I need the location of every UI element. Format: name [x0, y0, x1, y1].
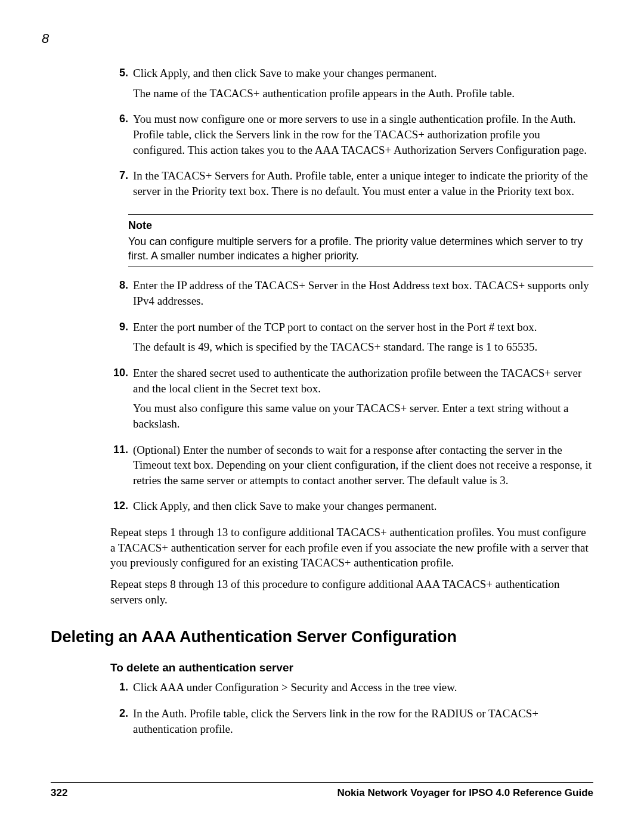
- step-12: 12. Click Apply, and then click Save to …: [110, 498, 593, 519]
- step-text: (Optional) Enter the number of seconds t…: [133, 442, 593, 488]
- step-text: Enter the shared secret used to authenti…: [133, 366, 593, 396]
- page: 8 5. Click Apply, and then click Save to…: [0, 0, 644, 833]
- step-body: Click AAA under Configuration > Security…: [133, 680, 593, 700]
- note-title: Note: [128, 218, 593, 233]
- step-number: 7.: [110, 168, 133, 203]
- step-11: 11. (Optional) Enter the number of secon…: [110, 442, 593, 493]
- paragraph: Repeat steps 1 through 13 to configure a…: [110, 525, 593, 571]
- step-10: 10. Enter the shared secret used to auth…: [110, 366, 593, 436]
- step-number: 8.: [110, 278, 133, 313]
- step-9: 9. Enter the port number of the TCP port…: [110, 320, 593, 360]
- steps-list-a: 5. Click Apply, and then click Save to m…: [110, 66, 593, 203]
- step-number: 12.: [110, 498, 133, 519]
- step-text: Enter the port number of the TCP port to…: [133, 320, 593, 335]
- step-text: Click AAA under Configuration > Security…: [133, 680, 593, 695]
- step-text: Click Apply, and then click Save to make…: [133, 66, 593, 81]
- step-text: Click Apply, and then click Save to make…: [133, 498, 593, 514]
- step-5: 5. Click Apply, and then click Save to m…: [110, 66, 593, 106]
- step-text: The default is 49, which is specified by…: [133, 339, 593, 355]
- step-body: Enter the port number of the TCP port to…: [133, 320, 593, 360]
- step-number: 11.: [110, 442, 133, 493]
- step-body: Click Apply, and then click Save to make…: [133, 66, 593, 106]
- step-8: 8. Enter the IP address of the TACACS+ S…: [110, 278, 593, 313]
- main-content: 5. Click Apply, and then click Save to m…: [110, 66, 593, 741]
- doc-title: Nokia Network Voyager for IPSO 4.0 Refer…: [337, 786, 593, 800]
- step-number: 5.: [110, 66, 133, 106]
- step-body: You must now configure one or more serve…: [133, 112, 593, 162]
- paragraph: Repeat steps 8 through 13 of this proced…: [110, 577, 593, 607]
- page-number: 322: [51, 786, 67, 800]
- step-body: Enter the shared secret used to authenti…: [133, 366, 593, 436]
- step-number: 1.: [110, 680, 133, 700]
- step-text: Enter the IP address of the TACACS+ Serv…: [133, 278, 593, 308]
- step-7: 7. In the TACACS+ Servers for Auth. Prof…: [110, 168, 593, 203]
- step-number: 2.: [110, 706, 133, 741]
- subheading: To delete an authentication server: [110, 660, 593, 676]
- step-text: You must now configure one or more serve…: [133, 112, 593, 157]
- note-box: Note You can configure multiple servers …: [128, 214, 593, 267]
- step-body: In the TACACS+ Servers for Auth. Profile…: [133, 168, 593, 203]
- step-c1: 1. Click AAA under Configuration > Secur…: [110, 680, 593, 700]
- footer: 322 Nokia Network Voyager for IPSO 4.0 R…: [51, 782, 593, 800]
- step-number: 6.: [110, 112, 133, 162]
- section-heading: Deleting an AAA Authentication Server Co…: [51, 626, 593, 648]
- step-6: 6. You must now configure one or more se…: [110, 112, 593, 162]
- note-body: You can configure multiple servers for a…: [128, 234, 593, 264]
- step-text: In the TACACS+ Servers for Auth. Profile…: [133, 168, 593, 199]
- step-number: 9.: [110, 320, 133, 360]
- step-text: You must also configure this same value …: [133, 401, 593, 431]
- step-number: 10.: [110, 366, 133, 436]
- step-body: Click Apply, and then click Save to make…: [133, 498, 593, 519]
- step-c2: 2. In the Auth. Profile table, click the…: [110, 706, 593, 741]
- step-text: The name of the TACACS+ authentication p…: [133, 86, 593, 101]
- step-body: Enter the IP address of the TACACS+ Serv…: [133, 278, 593, 313]
- chapter-number: 8: [42, 30, 49, 48]
- steps-list-b: 8. Enter the IP address of the TACACS+ S…: [110, 278, 593, 519]
- step-text: In the Auth. Profile table, click the Se…: [133, 706, 593, 736]
- step-body: (Optional) Enter the number of seconds t…: [133, 442, 593, 493]
- steps-list-c: 1. Click AAA under Configuration > Secur…: [110, 680, 593, 741]
- step-body: In the Auth. Profile table, click the Se…: [133, 706, 593, 741]
